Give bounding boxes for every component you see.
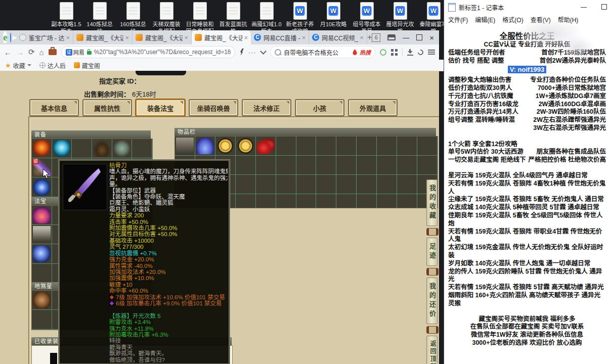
teal-helm-item[interactable] <box>52 139 72 158</box>
empty-slot[interactable] <box>377 156 397 175</box>
close-window-icon[interactable]: × <box>429 33 434 42</box>
speed-mode-icon[interactable] <box>380 49 386 56</box>
tab-mount-summon[interactable]: 坐骑召唤兽 <box>189 99 238 116</box>
url-text[interactable]: %20"tag"%3A%20"user"%7D&reco_request_id=… <box>94 49 231 56</box>
empty-slot[interactable] <box>276 156 296 175</box>
footprints-button[interactable]: 足迹 <box>426 238 438 266</box>
empty-slot[interactable] <box>336 175 357 194</box>
browser-tab[interactable]: 藏宝阁_《大话 × <box>73 30 133 44</box>
close-icon[interactable]: × <box>184 34 188 41</box>
empty-slot[interactable] <box>397 156 417 175</box>
tab-spell-fix[interactable]: 法术修正 <box>242 99 291 116</box>
briefcase-icon[interactable] <box>49 49 57 55</box>
close-icon[interactable]: × <box>66 34 70 41</box>
empty-slot[interactable] <box>276 175 296 194</box>
brown-disha-item[interactable] <box>32 291 52 310</box>
empty-slot[interactable] <box>32 264 52 283</box>
bookmark-favorites[interactable]: ★ 收藏 <box>5 61 31 70</box>
browser-tab-active[interactable]: 藏宝阁_《大话 × <box>192 30 251 44</box>
blue-skirt-item[interactable] <box>195 136 215 156</box>
apps-grid-icon[interactable] <box>391 49 398 56</box>
close-icon[interactable]: × <box>360 34 364 41</box>
more-dots-icon[interactable]: ··· <box>248 49 256 56</box>
blue-fabao[interactable] <box>32 245 52 264</box>
empty-slot[interactable] <box>397 194 417 208</box>
empty-slot[interactable] <box>357 136 377 156</box>
chevron-down-icon[interactable] <box>260 48 267 55</box>
empty-slot[interactable] <box>316 156 336 175</box>
gray-scroll-fabao[interactable] <box>32 225 52 244</box>
empty-slot[interactable] <box>276 194 296 208</box>
search-hot-text[interactable]: 自带电脑不合格充公 <box>284 48 350 57</box>
browser-tab[interactable]: 鉴宝广场 - 达 × <box>16 30 73 44</box>
empty-slot[interactable] <box>336 194 357 208</box>
notepad-menu-item[interactable]: 文件(F) <box>448 15 468 24</box>
browser-tab[interactable]: 藏宝阁_《大话 × <box>133 30 192 44</box>
empty-slot[interactable] <box>256 194 276 208</box>
close-icon[interactable]: × <box>244 34 248 41</box>
notepad-menu-item[interactable]: 查看(V) <box>531 15 551 24</box>
my-counter-offer-button[interactable]: 我的还价 <box>426 278 438 324</box>
bookmark-cbg[interactable]: 藏宝阁 <box>74 61 100 70</box>
beast-armor-item[interactable] <box>32 139 52 158</box>
tab-appearance[interactable]: 外观道具 <box>348 99 398 116</box>
home-icon[interactable]: ⌂ <box>39 48 44 57</box>
purple-flame-fabao[interactable] <box>32 206 52 225</box>
empty-slot[interactable] <box>336 136 357 156</box>
extension-badge[interactable]: 6 <box>372 33 380 42</box>
empty-slot[interactable] <box>377 136 397 156</box>
maximize-icon[interactable] <box>416 34 422 40</box>
notepad-menu-item[interactable]: 编辑(E) <box>475 15 495 24</box>
notepad-title-bar[interactable]: 新标签1 - 记事本 — <box>444 0 610 14</box>
empty-slot[interactable] <box>236 156 256 175</box>
lock-icon[interactable] <box>87 51 92 55</box>
tab-attr-resist[interactable]: 属性抗性 <box>82 99 132 116</box>
red-shoes-item[interactable] <box>256 136 276 156</box>
empty-slot[interactable] <box>357 194 377 208</box>
empty-slot[interactable] <box>377 175 397 194</box>
back-icon[interactable]: ← <box>4 48 12 57</box>
empty-slot[interactable] <box>316 136 336 156</box>
empty-slot[interactable] <box>397 175 417 194</box>
tab-equip-fabao[interactable]: 装备法宝 <box>136 99 185 116</box>
minimize-icon[interactable]: — <box>403 34 409 41</box>
search-box[interactable]: 自带电脑不合格充公 热搜 <box>270 46 375 58</box>
empty-slot[interactable] <box>377 194 397 208</box>
empty-slot[interactable] <box>296 156 317 175</box>
empty-slot[interactable] <box>32 310 52 330</box>
notepad-menu-item[interactable]: 格式(O) <box>502 15 523 24</box>
menu-icon[interactable] <box>428 50 435 55</box>
empty-slot[interactable] <box>336 156 357 175</box>
back-to-top-button[interactable]: 返回顶部 <box>426 336 438 364</box>
maximize-icon[interactable] <box>601 4 607 10</box>
tab-basic-info[interactable]: 基本信息 <box>29 99 79 116</box>
notepad-text-area[interactable]: 全服性价比之王CC蓝V认证 专业打造 开好队伍低端任务组号开创者首创7千159炼… <box>444 25 610 364</box>
restore-icon[interactable] <box>417 48 424 56</box>
notepad-menu-item[interactable]: 帮助(H) <box>558 15 579 24</box>
browser-tab[interactable]: C 网易CC直播 - × <box>251 30 309 44</box>
empty-slot[interactable] <box>357 156 377 175</box>
close-icon[interactable]: × <box>302 34 306 41</box>
empty-slot[interactable] <box>417 156 438 175</box>
empty-slot[interactable] <box>236 175 256 194</box>
my-favorites-button[interactable]: 我的收藏 <box>426 179 438 226</box>
send-plane-icon[interactable] <box>10 33 11 42</box>
empty-slot[interactable] <box>256 156 276 175</box>
download-icon[interactable] <box>407 49 413 55</box>
minimize-icon[interactable]: — <box>581 4 587 11</box>
empty-slot[interactable] <box>316 175 336 194</box>
pale-mask-item[interactable] <box>112 139 133 158</box>
dark-hat-item[interactable] <box>92 139 112 158</box>
browser-logo-icon[interactable]: e <box>3 31 7 43</box>
hat-icon[interactable] <box>387 34 396 40</box>
forward-icon[interactable]: → <box>16 48 24 57</box>
address-bar[interactable]: 证 网易 %20"tag"%3A%20"user"%7D&reco_reques… <box>61 46 235 58</box>
collected-item-thumb[interactable] <box>50 353 57 364</box>
empty-slot[interactable] <box>276 136 296 156</box>
empty-slot[interactable] <box>256 175 276 194</box>
gold-coin-item[interactable] <box>236 136 256 156</box>
empty-slot[interactable] <box>296 136 317 156</box>
browser-tab[interactable]: C 网易CC视频_ × <box>309 30 367 44</box>
new-tab-button[interactable]: + <box>367 33 372 42</box>
tab-child[interactable]: 小孩 <box>295 99 344 116</box>
